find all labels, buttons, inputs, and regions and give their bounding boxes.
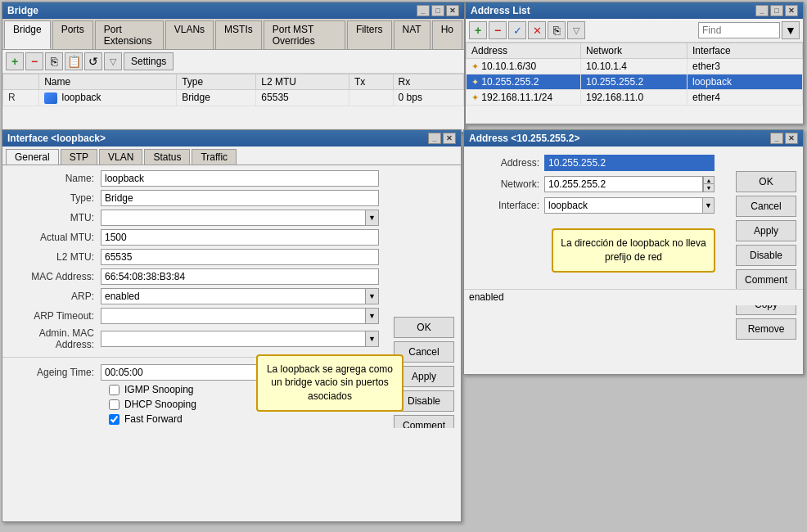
bridge-reset-btn[interactable]: ↺ bbox=[84, 52, 102, 70]
addr-table-container: Address Network Interface ✦ 10.10.1.6/30… bbox=[466, 43, 803, 115]
network-down-btn[interactable]: ▼ bbox=[703, 184, 715, 192]
bridge-add-btn[interactable]: + bbox=[6, 52, 24, 70]
addr-cell-1: ✦ 10.10.1.6/30 bbox=[467, 59, 581, 74]
address-list-titlebar: Address List _ □ ✕ bbox=[466, 2, 803, 19]
addr-col-network[interactable]: Network bbox=[581, 43, 688, 59]
bridge-settings-btn[interactable]: Settings bbox=[124, 52, 174, 70]
copy2-icon: ⎘ bbox=[553, 24, 560, 37]
type-label: Type: bbox=[11, 192, 101, 204]
tab-ports[interactable]: Ports bbox=[52, 20, 93, 49]
addr-network-input[interactable] bbox=[544, 176, 703, 192]
tab-port-extensions[interactable]: Port Extensions bbox=[95, 20, 164, 49]
table-row[interactable]: R loopback Bridge 65535 0 bps bbox=[3, 90, 464, 106]
addr-add-btn[interactable]: + bbox=[469, 21, 487, 39]
col-tx[interactable]: Tx bbox=[349, 74, 393, 90]
interface-close-btn[interactable]: ✕ bbox=[443, 133, 456, 144]
bridge-maximize-btn[interactable]: □ bbox=[431, 5, 444, 16]
addr-icon-3: ✦ bbox=[471, 92, 479, 102]
mac-input[interactable] bbox=[101, 268, 379, 285]
addr-ok-btn[interactable]: OK bbox=[736, 171, 796, 192]
addr-detail-minimize-btn[interactable]: _ bbox=[770, 133, 783, 144]
addr-col-interface[interactable]: Interface bbox=[688, 43, 803, 59]
iface-comment-btn[interactable]: Comment bbox=[394, 415, 454, 428]
addr-list-maximize-btn[interactable]: □ bbox=[770, 5, 783, 16]
l2-mtu-input[interactable] bbox=[101, 249, 379, 265]
find-input[interactable] bbox=[698, 22, 780, 38]
addr-row-1[interactable]: ✦ 10.10.1.6/30 10.10.1.4 ether3 bbox=[467, 59, 803, 74]
col-l2mtu[interactable]: L2 MTU bbox=[256, 74, 349, 90]
addr-check-btn[interactable]: ✓ bbox=[508, 21, 526, 39]
bridge-paste-btn[interactable]: 📋 bbox=[65, 52, 83, 70]
col-name[interactable]: Name bbox=[39, 74, 177, 90]
bridge-filter-btn[interactable]: ▽ bbox=[104, 52, 122, 70]
tab-nat[interactable]: NAT bbox=[394, 20, 431, 49]
tab-bridge[interactable]: Bridge bbox=[4, 20, 51, 49]
tab-filters[interactable]: Filters bbox=[347, 20, 392, 49]
mtu-arrow-btn[interactable]: ▼ bbox=[366, 210, 379, 226]
bridge-remove-btn[interactable]: − bbox=[25, 52, 43, 70]
addr-cancel-btn[interactable]: Cancel bbox=[736, 196, 796, 217]
addr-remove-btn[interactable]: Remove bbox=[736, 318, 796, 340]
arp-timeout-arrow-btn[interactable]: ▼ bbox=[366, 308, 379, 324]
arp-timeout-label: ARP Timeout: bbox=[11, 310, 101, 322]
tab-general[interactable]: General bbox=[6, 149, 59, 165]
addr-status-text: enabled bbox=[469, 291, 504, 303]
tab-ho[interactable]: Ho bbox=[432, 20, 462, 49]
addr-interface-input[interactable] bbox=[544, 197, 703, 214]
name-input[interactable] bbox=[101, 170, 379, 187]
interface-window: Interface <loopback> _ ✕ General STP VLA… bbox=[2, 129, 462, 522]
addr-comment-btn[interactable]: Comment bbox=[736, 269, 796, 291]
bridge-close-btn[interactable]: ✕ bbox=[446, 5, 459, 16]
addr-list-minimize-btn[interactable]: _ bbox=[755, 5, 769, 16]
tab-traffic[interactable]: Traffic bbox=[192, 149, 237, 165]
addr-list-close-btn[interactable]: ✕ bbox=[785, 5, 798, 16]
addr-table: Address Network Interface ✦ 10.10.1.6/30… bbox=[466, 43, 803, 106]
mtu-input[interactable] bbox=[101, 210, 366, 226]
settings-label: Settings bbox=[131, 56, 166, 67]
interface-arrow-btn[interactable]: ▼ bbox=[703, 197, 715, 214]
admin-mac-row: Admin. MAC Address: ▼ bbox=[2, 327, 387, 350]
interface-title: Interface <loopback> bbox=[7, 133, 106, 144]
arp-arrow-btn[interactable]: ▼ bbox=[366, 288, 379, 304]
addr-col-address[interactable]: Address bbox=[467, 43, 581, 59]
tab-mstis[interactable]: MSTIs bbox=[215, 20, 262, 49]
addr-address-input[interactable] bbox=[544, 155, 715, 171]
iface-ok-btn[interactable]: OK bbox=[394, 317, 454, 338]
admin-mac-arrow-btn[interactable]: ▼ bbox=[366, 331, 379, 347]
address-detail-window: Address <10.255.255.2> _ ✕ Address: Netw… bbox=[463, 129, 804, 375]
addr-copy2-btn[interactable]: ⎘ bbox=[548, 21, 566, 39]
col-rx[interactable]: Rx bbox=[393, 74, 463, 90]
tab-stp[interactable]: STP bbox=[61, 149, 97, 165]
arp-timeout-row: ARP Timeout: ▼ bbox=[2, 308, 387, 324]
tab-status[interactable]: Status bbox=[144, 149, 190, 165]
interface-titlebar: Interface <loopback> _ ✕ bbox=[2, 130, 461, 147]
type-input[interactable] bbox=[101, 190, 379, 206]
bridge-window: Bridge _ □ ✕ Bridge Ports Port Extension… bbox=[2, 2, 465, 133]
tab-port-mst-overrides[interactable]: Port MST Overrides bbox=[264, 20, 345, 49]
arp-timeout-input[interactable] bbox=[101, 308, 366, 324]
col-type[interactable]: Type bbox=[177, 74, 256, 90]
network-up-btn[interactable]: ▲ bbox=[703, 176, 715, 184]
l2-mtu-label: L2 MTU: bbox=[11, 251, 101, 263]
addr-address-label: Address: bbox=[479, 157, 544, 169]
arp-input[interactable] bbox=[101, 288, 366, 304]
interface-minimize-btn[interactable]: _ bbox=[428, 133, 441, 144]
addr-detail-close-btn[interactable]: ✕ bbox=[785, 133, 798, 144]
actual-mtu-input[interactable] bbox=[101, 229, 379, 246]
mac-row: MAC Address: bbox=[2, 268, 387, 285]
igmp-checkbox[interactable] bbox=[109, 385, 119, 395]
addr-remove-btn[interactable]: − bbox=[489, 21, 507, 39]
addr-row-3[interactable]: ✦ 192.168.11.1/24 192.168.11.0 ether4 bbox=[467, 90, 803, 106]
bridge-minimize-btn[interactable]: _ bbox=[417, 5, 430, 16]
scroll-down-btn[interactable]: ▼ bbox=[782, 21, 800, 39]
addr-row-2[interactable]: ✦ 10.255.255.2 10.255.255.2 loopback bbox=[467, 74, 803, 90]
admin-mac-input[interactable] bbox=[101, 331, 366, 347]
tab-vlan[interactable]: VLAN bbox=[99, 149, 142, 165]
addr-filter-btn[interactable]: ▽ bbox=[567, 21, 585, 39]
tab-vlans[interactable]: VLANs bbox=[165, 20, 214, 49]
loopback-callout: La loopback se agrega como un bridge vac… bbox=[256, 354, 404, 412]
fastforward-checkbox[interactable] bbox=[109, 414, 119, 425]
addr-x-btn[interactable]: ✕ bbox=[528, 21, 546, 39]
dhcp-checkbox[interactable] bbox=[109, 399, 119, 410]
bridge-copy-btn[interactable]: ⎘ bbox=[45, 52, 63, 70]
